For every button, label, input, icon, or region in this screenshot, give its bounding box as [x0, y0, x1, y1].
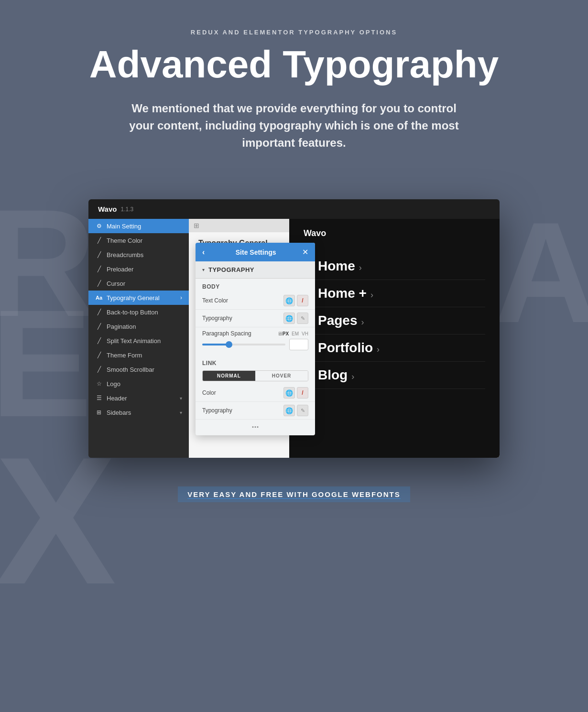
sidebar-item-cursor[interactable]: ╱ Cursor [88, 276, 189, 291]
sidebar-item-breadcrumbs[interactable]: ╱ Breadcrumbs [88, 248, 189, 262]
menu-item-home: 01. Home › [304, 253, 485, 280]
reset-link-color-button[interactable]: / [297, 387, 308, 399]
unit-px[interactable]: PX [283, 331, 289, 336]
back-button[interactable]: ‹ [202, 248, 205, 257]
header-icon: ☰ [95, 394, 103, 402]
top-section: REDUX AND ELEMENTOR TYPOGRAPHY OPTIONS A… [0, 0, 588, 199]
globe-button[interactable]: 🌐 [283, 313, 295, 324]
bottom-cta-text: VERY EASY AND FREE WITH GOOGLE WEBFONTS [178, 486, 410, 502]
globe-button[interactable]: 🌐 [283, 405, 295, 416]
sidebar-label: Sidebars [107, 409, 180, 416]
paragraph-spacing-row: Paragraph Spacing 🖥 PX EM VH [196, 327, 315, 355]
chevron-down-icon: ▾ [180, 396, 182, 401]
link-typography-controls: 🌐 ✎ [283, 405, 308, 416]
admin-main-content: ⊞ Sa Typograhy General ‹ Site Settings ✕ [189, 219, 500, 458]
brush-icon: ╱ [95, 237, 103, 244]
menu-item-portfolio: 04. Portfolio › [304, 334, 485, 362]
menu-label: Home + [318, 286, 367, 301]
sidebar-item-main-setting[interactable]: ⚙ Main Setting [88, 219, 189, 233]
sidebar-item-theme-color[interactable]: ╱ Theme Color [88, 233, 189, 248]
monitor-icon: 🖥 [277, 331, 283, 336]
sidebar-label: Breadcrumbs [107, 251, 182, 259]
sidebar-label: Preloader [107, 266, 182, 273]
slider-track [202, 344, 227, 345]
menu-label: Blog [318, 367, 348, 383]
link-typography-row: Typography 🌐 ✎ [196, 402, 315, 420]
sidebars-icon: ⊞ [95, 409, 103, 416]
preview-logo: Wavo [304, 228, 326, 238]
globe-button[interactable]: 🌐 [283, 387, 295, 399]
sidebar-label: Header [107, 395, 180, 402]
sidebar-item-typography-general[interactable]: Aa Typograhy General › [88, 291, 189, 305]
form-icon: ╱ [95, 351, 103, 359]
sidebar-item-pagination[interactable]: ╱ Pagination [88, 319, 189, 334]
text-color-label: Text Color [202, 297, 283, 304]
back-to-top-icon: ╱ [95, 308, 103, 316]
sidebar-label: Theme Form [107, 352, 182, 359]
sidebar-label: Main Setting [107, 223, 182, 230]
sidebar-item-theme-form[interactable]: ╱ Theme Form [88, 348, 189, 362]
link-color-controls: 🌐 / [283, 387, 308, 399]
slider-value[interactable] [289, 339, 308, 350]
bottom-section: VERY EASY AND FREE WITH GOOGLE WEBFONTS [0, 458, 588, 526]
more-items-hint: ··· [196, 420, 315, 435]
sidebar-label: Pagination [107, 323, 182, 330]
menu-arrow-icon: › [351, 372, 354, 382]
bg-letter-r: R [0, 186, 96, 339]
normal-hover-tabs: NORMAL HOVER [202, 370, 308, 381]
link-color-row: Color 🌐 / [196, 384, 315, 402]
tab-normal[interactable]: NORMAL [203, 371, 255, 381]
sidebar-label: Back-to-top Button [107, 309, 182, 316]
sidebar-item-logo[interactable]: ☆ Logo [88, 377, 189, 391]
edit-typography-button[interactable]: ✎ [297, 313, 308, 324]
ss-section-typography-header[interactable]: ▾ Typography [196, 261, 315, 279]
panel-title: Site Settings [209, 248, 302, 256]
close-button[interactable]: ✕ [302, 248, 308, 257]
gear-icon: ⚙ [95, 222, 103, 230]
sidebar-item-split-text[interactable]: ╱ Split Text Animation [88, 334, 189, 348]
sidebar-label: Cursor [107, 280, 182, 287]
tab-hover[interactable]: HOVER [255, 371, 308, 381]
sidebar-item-preloader[interactable]: ╱ Preloader [88, 262, 189, 276]
site-settings-panel: ‹ Site Settings ✕ ▾ Typography Body Text… [196, 243, 315, 435]
screenshot-container: Wavo 1.1.3 ⚙ Main Setting ╱ Theme Color … [88, 199, 500, 458]
description-text: We mentioned that we provide everything … [127, 100, 461, 151]
sidebar-label: Logo [107, 380, 182, 388]
bg-letter-e: E [0, 287, 92, 440]
menu-label: Pages [318, 313, 358, 328]
subtitle-label: REDUX AND ELEMENTOR TYPOGRAPHY OPTIONS [29, 29, 559, 36]
sidebar-item-header[interactable]: ☰ Header ▾ [88, 391, 189, 405]
scrollbar-icon: ╱ [95, 366, 103, 373]
admin-header: Wavo 1.1.3 [88, 199, 500, 219]
sidebar-item-back-to-top[interactable]: ╱ Back-to-top Button [88, 305, 189, 319]
menu-label: Portfolio [318, 340, 373, 356]
unit-vh[interactable]: VH [302, 331, 308, 336]
menu-item-blog: 05. Blog › [304, 362, 485, 389]
section-title: Typography [208, 266, 254, 273]
typography-icon: Aa [95, 294, 103, 302]
admin-version: 1.1.3 [120, 206, 133, 213]
admin-logo: Wavo [98, 205, 117, 213]
grid-icon: ⊞ [194, 222, 199, 229]
cursor-icon: ╱ [95, 280, 103, 287]
text-color-controls: 🌐 / [283, 295, 308, 306]
sidebar-label: Theme Color [107, 237, 182, 244]
typography-controls: 🌐 ✎ [283, 313, 308, 324]
unit-em[interactable]: EM [292, 331, 299, 336]
paragraph-spacing-label: Paragraph Spacing [202, 330, 275, 337]
sidebar-item-sidebars[interactable]: ⊞ Sidebars ▾ [88, 405, 189, 420]
edit-link-typography-button[interactable]: ✎ [297, 405, 308, 416]
sidebar-item-smooth-scrollbar[interactable]: ╱ Smooth Scrollbar [88, 362, 189, 377]
slider-thumb[interactable] [226, 341, 232, 348]
unit-options: PX EM VH [283, 331, 308, 336]
typography-label: Typography [202, 315, 283, 322]
typography-row: Typography 🌐 ✎ [196, 310, 315, 327]
admin-body: ⚙ Main Setting ╱ Theme Color ╱ Breadcrum… [88, 219, 500, 458]
preloader-icon: ╱ [95, 265, 103, 273]
spacing-slider[interactable] [202, 344, 285, 345]
reset-color-button[interactable]: / [297, 295, 308, 306]
preview-menu: 01. Home › 02. Home + › 03. Pages [304, 253, 485, 389]
text-color-row: Text Color 🌐 / [196, 292, 315, 310]
active-chevron: › [180, 294, 182, 301]
globe-button[interactable]: 🌐 [283, 295, 295, 306]
